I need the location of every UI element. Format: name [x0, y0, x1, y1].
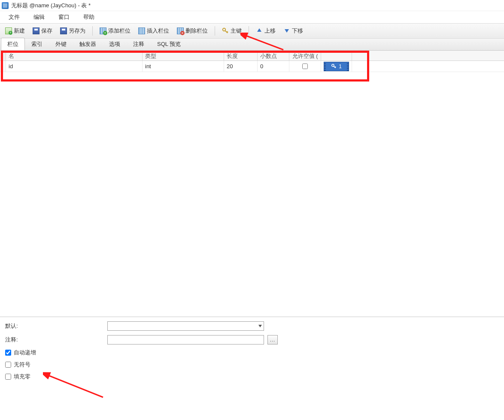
save-label: 保存	[41, 27, 52, 35]
insertcol-icon	[138, 27, 145, 34]
comment-label: 注释:	[5, 336, 104, 344]
new-icon	[5, 27, 12, 34]
fields-grid: 名 类型 长度 小数点 允许空值 ( id int 20 0 1	[0, 51, 504, 317]
insertcol-button[interactable]: 插入栏位	[135, 25, 173, 36]
unsigned-label: 无符号	[14, 361, 30, 369]
saveas-label: 另存为	[69, 27, 85, 35]
grid-empty-area[interactable]	[0, 72, 504, 317]
auto-increment-row: 自动递增	[5, 349, 499, 357]
comment-input[interactable]	[107, 335, 264, 344]
movedown-button[interactable]: 下移	[280, 25, 307, 36]
cell-pk[interactable]: 1	[321, 61, 352, 72]
tab-fields[interactable]: 栏位	[1, 38, 25, 50]
cell-null[interactable]	[289, 61, 321, 72]
tab-options[interactable]: 选项	[103, 38, 127, 50]
comment-row: 注释: ...	[5, 335, 499, 344]
moveup-button[interactable]: 上移	[252, 25, 279, 36]
addcol-button[interactable]: 添加栏位	[96, 25, 134, 36]
table-row[interactable]: id int 20 0 1	[0, 61, 504, 72]
col-header-length[interactable]: 长度	[224, 51, 258, 60]
menubar: 文件 编辑 窗口 帮助	[0, 11, 504, 23]
auto-increment-checkbox[interactable]	[5, 350, 11, 356]
delcol-icon	[177, 27, 184, 34]
addcol-label: 添加栏位	[108, 27, 131, 35]
pk-number: 1	[339, 63, 342, 69]
default-combo[interactable]	[107, 321, 264, 331]
new-label: 新建	[14, 27, 25, 35]
tab-trigger[interactable]: 触发器	[73, 38, 103, 50]
save-button[interactable]: 保存	[29, 25, 56, 36]
tab-index[interactable]: 索引	[25, 38, 49, 50]
cell-type[interactable]: int	[143, 61, 224, 72]
menu-help[interactable]: 帮助	[76, 12, 101, 23]
delcol-label: 删除栏位	[185, 27, 208, 35]
zerofill-label: 填充零	[14, 373, 30, 381]
arrow-up-icon	[256, 27, 263, 34]
delcol-button[interactable]: 删除栏位	[173, 25, 211, 36]
menu-edit[interactable]: 编辑	[27, 12, 52, 23]
cell-name[interactable]: id	[6, 61, 143, 72]
auto-increment-label: 自动递增	[14, 349, 36, 357]
cell-length[interactable]: 20	[224, 61, 258, 72]
separator	[92, 26, 93, 36]
moveup-label: 上移	[264, 27, 276, 35]
insertcol-label: 插入栏位	[147, 27, 169, 35]
col-header-null[interactable]: 允许空值 (	[289, 51, 321, 60]
key-icon	[331, 63, 337, 69]
grid-header: 名 类型 长度 小数点 允许空值 (	[0, 51, 504, 61]
menu-window[interactable]: 窗口	[52, 12, 76, 23]
null-checkbox[interactable]	[302, 63, 308, 69]
app-icon	[2, 2, 9, 9]
save-icon	[33, 27, 39, 34]
tab-comment[interactable]: 注释	[127, 38, 151, 50]
default-row: 默认:	[5, 321, 499, 331]
menu-file[interactable]: 文件	[2, 12, 27, 23]
saveas-icon	[60, 27, 67, 34]
tab-fk[interactable]: 外键	[49, 38, 73, 50]
field-properties-panel: 默认: 注释: ... 自动递增 无符号 填充零	[0, 317, 504, 385]
tabs: 栏位 索引 外键 触发器 选项 注释 SQL 预览	[0, 39, 504, 51]
row-handle[interactable]	[0, 61, 6, 72]
col-header-decimal[interactable]: 小数点	[258, 51, 289, 60]
key-icon	[222, 27, 229, 34]
separator	[215, 26, 215, 36]
pk-indicator[interactable]: 1	[324, 62, 349, 71]
new-button[interactable]: 新建	[2, 25, 28, 36]
addcol-icon	[100, 27, 106, 34]
window-title: 无标题 @name (JayChou) - 表 *	[11, 2, 91, 9]
pk-label: 主键	[231, 27, 242, 35]
titlebar: 无标题 @name (JayChou) - 表 *	[0, 0, 504, 11]
tab-sql[interactable]: SQL 预览	[151, 38, 187, 50]
movedown-label: 下移	[292, 27, 303, 35]
default-label: 默认:	[5, 322, 104, 330]
row-handle-header	[0, 51, 6, 60]
col-header-pk[interactable]	[321, 51, 352, 60]
col-header-name[interactable]: 名	[6, 51, 143, 60]
cell-decimal[interactable]: 0	[258, 61, 289, 72]
saveas-button[interactable]: 另存为	[57, 25, 89, 36]
primarykey-button[interactable]: 主键	[219, 25, 245, 36]
toolbar: 新建 保存 另存为 添加栏位 插入栏位 删除栏位 主键 上移 下移	[0, 23, 504, 39]
arrow-down-icon	[283, 27, 290, 34]
col-header-type[interactable]: 类型	[143, 51, 224, 60]
zerofill-checkbox[interactable]	[5, 374, 11, 380]
unsigned-row: 无符号	[5, 361, 499, 369]
zerofill-row: 填充零	[5, 373, 499, 381]
unsigned-checkbox[interactable]	[5, 362, 11, 368]
separator	[249, 26, 249, 36]
comment-more-button[interactable]: ...	[267, 335, 278, 344]
